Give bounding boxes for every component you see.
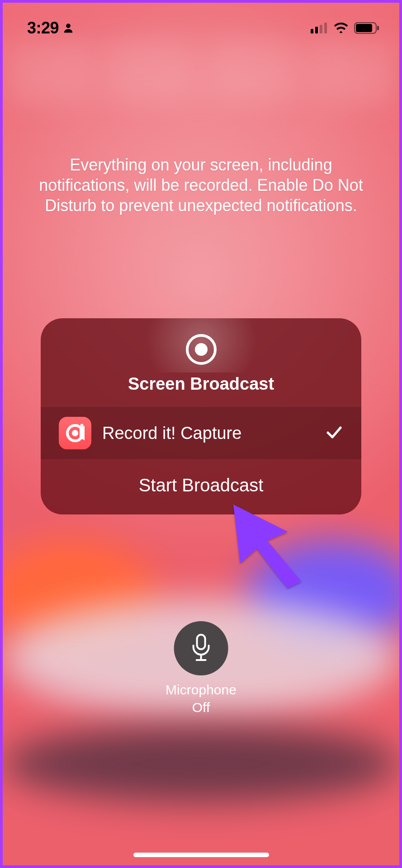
svg-point-0 [66, 24, 71, 28]
svg-rect-2 [315, 27, 318, 33]
record-it-app-icon [59, 417, 91, 449]
svg-point-11 [72, 430, 78, 436]
svg-rect-3 [320, 25, 322, 33]
wifi-icon [333, 23, 349, 33]
svg-rect-6 [356, 24, 372, 32]
microphone-section: Microphone Off [166, 621, 236, 716]
status-bar: 3:29 [3, 14, 399, 42]
svg-rect-1 [311, 29, 313, 33]
microphone-toggle-button[interactable] [174, 621, 228, 675]
selected-app-label: Record it! Capture [102, 424, 314, 443]
checkmark-icon [325, 423, 343, 443]
svg-rect-7 [377, 26, 379, 30]
card-header: Screen Broadcast [41, 318, 361, 406]
svg-point-12 [80, 424, 84, 427]
record-icon [185, 334, 217, 367]
broadcast-app-row[interactable]: Record it! Capture [41, 406, 361, 460]
broadcast-card: Screen Broadcast Record it! Capture Star… [41, 318, 361, 514]
microphone-icon [189, 633, 213, 664]
home-indicator[interactable] [133, 853, 269, 857]
person-icon [62, 22, 74, 34]
cellular-icon [311, 23, 328, 33]
svg-rect-13 [197, 635, 205, 649]
svg-rect-4 [324, 23, 327, 33]
status-time: 3:29 [27, 19, 59, 38]
screen-broadcast-overlay: 3:29 [0, 0, 402, 868]
start-broadcast-button[interactable]: Start Broadcast [41, 460, 361, 514]
battery-icon [354, 22, 379, 34]
svg-point-9 [195, 343, 208, 356]
recording-warning-text: Everything on your screen, including not… [30, 155, 372, 216]
microphone-state: Off [192, 700, 210, 715]
card-title: Screen Broadcast [128, 374, 274, 394]
microphone-label: Microphone Off [166, 681, 236, 716]
